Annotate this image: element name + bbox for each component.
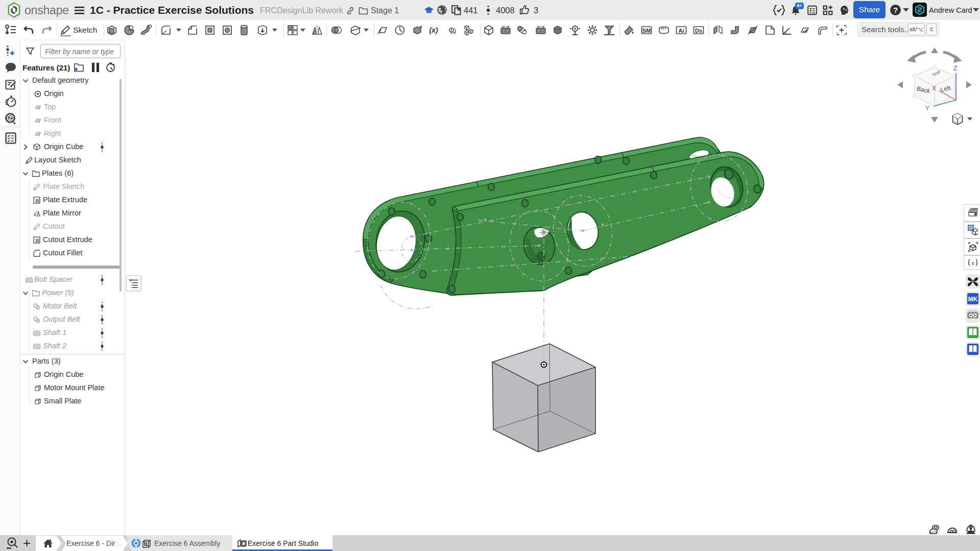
svg-text:MK: MK [968, 296, 978, 303]
svg-text:Ai: Ai [679, 28, 684, 34]
svg-text:Y: Y [925, 105, 930, 112]
svg-text:X: X [932, 85, 937, 92]
svg-text:Ds: Ds [695, 28, 702, 34]
svg-text:): ) [454, 27, 456, 34]
svg-text:(x): (x) [429, 26, 438, 34]
svg-text:SM: SM [642, 28, 651, 34]
svg-text:?: ? [893, 6, 898, 14]
svg-text:x: x [971, 260, 975, 266]
svg-text:Z: Z [953, 65, 958, 72]
